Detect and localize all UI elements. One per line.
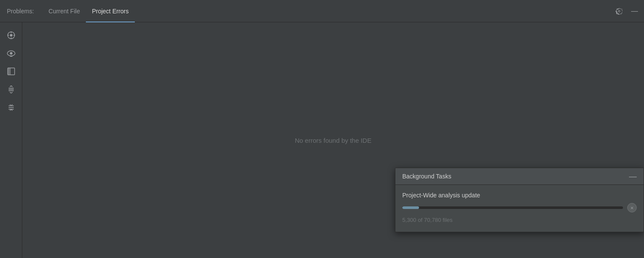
collapse-icon[interactable]	[3, 100, 19, 115]
empty-state-message: No errors found by the IDE	[295, 137, 371, 144]
svg-point-7	[10, 52, 12, 55]
svg-point-1	[10, 34, 12, 37]
header: Problems: Current File Project Errors —	[0, 0, 644, 22]
background-tasks-body: Project-Wide analysis update × 5,300 of …	[395, 185, 644, 232]
task-name: Project-Wide analysis update	[402, 192, 637, 199]
progress-row: ×	[402, 203, 637, 212]
progress-bar-container	[402, 206, 623, 209]
background-tasks-close-button[interactable]: —	[629, 172, 637, 180]
background-tasks-title: Background Tasks	[402, 173, 451, 180]
problems-label: Problems:	[3, 8, 37, 15]
cancel-task-button[interactable]: ×	[627, 203, 637, 212]
background-tasks-panel: Background Tasks — Project-Wide analysis…	[395, 168, 644, 232]
background-tasks-header: Background Tasks —	[395, 168, 644, 185]
tab-project-errors[interactable]: Project Errors	[86, 0, 135, 22]
task-progress-text: 5,300 of 70,780 files	[402, 217, 637, 223]
main-area: No errors found by the IDE Background Ta…	[0, 22, 644, 258]
header-actions: —	[613, 5, 641, 17]
minimize-button[interactable]: —	[629, 5, 641, 17]
expand-icon[interactable]	[3, 82, 19, 97]
progress-bar-fill	[402, 206, 419, 209]
tab-current-file[interactable]: Current File	[43, 0, 86, 22]
panel-icon[interactable]	[3, 64, 19, 79]
target-icon[interactable]	[3, 28, 19, 43]
content-area: No errors found by the IDE Background Ta…	[22, 22, 644, 258]
eye-icon[interactable]	[3, 46, 19, 61]
sidebar	[0, 22, 22, 258]
settings-button[interactable]	[613, 5, 625, 17]
svg-rect-11	[8, 68, 11, 75]
